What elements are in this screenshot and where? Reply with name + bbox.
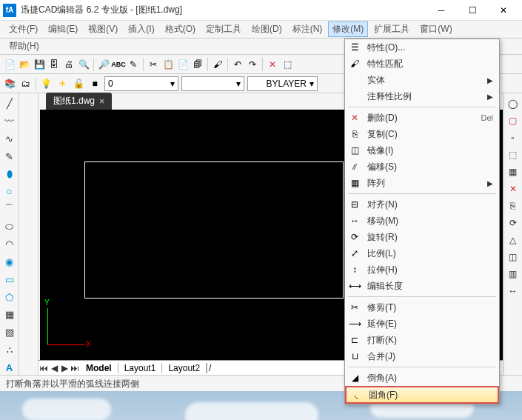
- menu-view[interactable]: 视图(V): [84, 21, 122, 37]
- erase-icon[interactable]: ⬮: [2, 167, 17, 181]
- undo-icon[interactable]: ↶: [231, 58, 244, 71]
- saveall-icon[interactable]: 🗄: [47, 58, 61, 71]
- dd-align[interactable]: ⊟ 对齐(N): [345, 196, 499, 213]
- spell-icon[interactable]: ABC: [112, 58, 125, 71]
- rt-circle-icon[interactable]: ◯: [506, 96, 521, 111]
- line-icon[interactable]: ╱: [2, 96, 17, 111]
- maximize-button[interactable]: ☐: [457, 0, 488, 21]
- delete-icon[interactable]: ✕: [266, 58, 279, 71]
- dd-rotate[interactable]: ⟳ 旋转(R): [345, 229, 499, 245]
- layout-2[interactable]: Layout2: [162, 363, 207, 373]
- dd-fillet[interactable]: ◟ 圆角(F): [345, 386, 499, 404]
- point-icon[interactable]: ∴: [2, 343, 17, 358]
- menu-help[interactable]: 帮助(H): [4, 39, 44, 54]
- save-icon[interactable]: 💾: [33, 58, 46, 71]
- block-icon[interactable]: ▦: [2, 307, 17, 322]
- rt-dash-icon[interactable]: ⬚: [506, 147, 521, 162]
- ring-icon[interactable]: ◉: [2, 255, 17, 270]
- circle-icon[interactable]: ○: [2, 184, 17, 199]
- dd-mirror[interactable]: ◫ 镜像(I): [345, 142, 499, 159]
- layout-last-icon[interactable]: ⏭: [70, 363, 80, 373]
- arc-icon[interactable]: ⌒: [2, 202, 17, 217]
- rt-copy-icon[interactable]: ⎘: [506, 199, 521, 213]
- rect-icon[interactable]: ▭: [2, 273, 17, 287]
- brush-icon[interactable]: 🖌: [211, 58, 224, 71]
- layer-combo[interactable]: 0▾: [104, 76, 178, 91]
- clone-icon[interactable]: 🗐: [191, 58, 204, 71]
- colorbox-icon[interactable]: ■: [88, 77, 101, 90]
- doc-tab-close-icon[interactable]: ×: [99, 96, 104, 107]
- bulb-on-icon[interactable]: 💡: [39, 77, 53, 90]
- rt-box-icon[interactable]: ▫: [506, 130, 521, 145]
- open-icon[interactable]: 📂: [18, 58, 31, 71]
- tool2-icon[interactable]: ⬚: [281, 58, 294, 71]
- redo-icon[interactable]: ↷: [246, 58, 259, 71]
- menu-draw[interactable]: 绘图(D): [247, 21, 287, 37]
- print-icon[interactable]: 🖨: [62, 58, 76, 71]
- dd-break[interactable]: ⊏ 打断(K): [345, 332, 499, 348]
- rt-square-icon[interactable]: ▢: [506, 113, 521, 128]
- menu-custom[interactable]: 定制工具: [201, 21, 246, 37]
- layer-icon[interactable]: 📚: [3, 77, 16, 90]
- layout-prev-icon[interactable]: ◀: [49, 363, 59, 373]
- ellipse-icon[interactable]: ⬭: [2, 219, 17, 234]
- rt-grid-icon[interactable]: ▦: [506, 164, 521, 179]
- layout-model[interactable]: Model: [80, 363, 118, 373]
- linetype-combo[interactable]: ▾: [181, 76, 244, 91]
- dd-array[interactable]: ▦ 阵列 ▶: [345, 175, 499, 191]
- hatch-icon[interactable]: ▨: [2, 325, 17, 340]
- rt-arc-icon[interactable]: ⟳: [506, 216, 521, 230]
- menu-format[interactable]: 格式(O): [161, 21, 200, 37]
- dd-stretch[interactable]: ↕ 拉伸(H): [345, 261, 499, 278]
- poly-icon[interactable]: ⬠: [2, 290, 17, 304]
- rt-move-icon[interactable]: ↔: [506, 284, 521, 299]
- close-button[interactable]: ✕: [488, 0, 519, 21]
- dd-trim[interactable]: ✂ 修剪(T): [345, 299, 499, 316]
- menu-window[interactable]: 窗口(W): [415, 21, 456, 37]
- menu-modify[interactable]: 修改(M): [328, 21, 368, 37]
- rt-mirror-icon[interactable]: ◫: [506, 250, 521, 264]
- menu-dim[interactable]: 标注(N): [288, 21, 327, 37]
- lock-icon[interactable]: 🔓: [72, 77, 85, 90]
- dd-delete[interactable]: ✕ 删除(D) Del: [345, 110, 499, 126]
- dd-join[interactable]: ⊔ 合并(J): [345, 348, 499, 364]
- text-icon[interactable]: A: [2, 360, 17, 375]
- sun-icon[interactable]: ☀: [56, 77, 69, 90]
- dd-annotscale[interactable]: 注释性比例 ▶: [345, 88, 499, 104]
- dd-properties[interactable]: ☰ 特性(O)...: [345, 39, 499, 56]
- rt-tri-icon[interactable]: △: [506, 233, 521, 247]
- menu-insert[interactable]: 插入(I): [124, 21, 158, 37]
- dd-extend[interactable]: ⟶ 延伸(E): [345, 316, 499, 332]
- earc-icon[interactable]: ◠: [2, 237, 17, 252]
- dd-matchprops[interactable]: 🖌 特性匹配: [345, 56, 499, 72]
- tool-icon[interactable]: ✎: [127, 58, 140, 71]
- dd-chamfer[interactable]: ◢ 倒角(A): [345, 370, 499, 386]
- spline-icon[interactable]: ∿: [2, 132, 17, 147]
- dd-scale[interactable]: ⤢ 比例(L): [345, 245, 499, 261]
- bylayer-combo[interactable]: BYLAYER▾: [247, 76, 318, 91]
- copy-icon[interactable]: 📋: [161, 58, 175, 71]
- new-icon[interactable]: 📄: [3, 58, 16, 71]
- menu-file[interactable]: 文件(F): [4, 21, 42, 37]
- layout-first-icon[interactable]: ⏮: [39, 363, 49, 373]
- dd-offset[interactable]: ⫽ 偏移(S): [345, 159, 499, 175]
- polyline-icon[interactable]: 〰: [2, 114, 17, 129]
- paste-icon[interactable]: 📄: [176, 58, 190, 71]
- edit-icon[interactable]: ✎: [2, 149, 17, 164]
- dd-editlen[interactable]: ⟷ 编辑长度: [345, 278, 499, 294]
- menu-edit[interactable]: 编辑(E): [44, 21, 82, 37]
- minimize-button[interactable]: ─: [426, 0, 457, 21]
- doc-tab[interactable]: 图纸1.dwg ×: [46, 93, 112, 110]
- dd-move[interactable]: ↔ 移动(M): [345, 213, 499, 229]
- layer2-icon[interactable]: 🗂: [19, 77, 33, 90]
- preview-icon[interactable]: 🔍: [77, 58, 90, 71]
- rt-array-icon[interactable]: ▥: [506, 267, 521, 281]
- dd-copy[interactable]: ⎘ 复制(C): [345, 126, 499, 142]
- layout-1[interactable]: Layout1: [118, 363, 163, 373]
- layout-next-icon[interactable]: ▶: [59, 363, 70, 373]
- dd-entity[interactable]: 实体 ▶: [345, 72, 499, 88]
- menu-ext[interactable]: 扩展工具: [369, 21, 414, 37]
- rt-x-icon[interactable]: ✕: [506, 181, 521, 196]
- cut-icon[interactable]: ✂: [147, 58, 160, 71]
- find-icon[interactable]: 🔎: [97, 58, 110, 71]
